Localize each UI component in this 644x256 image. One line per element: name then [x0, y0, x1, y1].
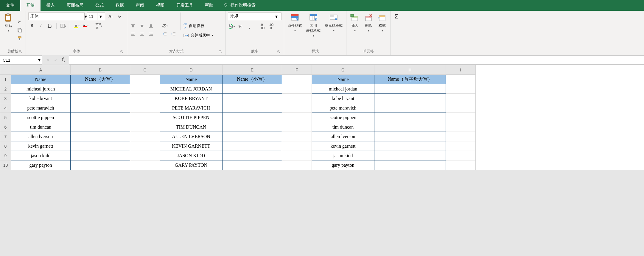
number-format-input[interactable] — [228, 13, 273, 20]
cell[interactable] — [130, 141, 160, 151]
enter-formula-button[interactable]: ✓ — [54, 57, 58, 63]
cell[interactable]: ALLEN LVERSON — [160, 132, 223, 141]
cell[interactable]: gary payton — [312, 160, 374, 170]
cell[interactable] — [282, 103, 312, 113]
cell[interactable] — [223, 94, 282, 103]
cancel-formula-button[interactable]: ✕ — [46, 57, 50, 63]
cell[interactable] — [223, 122, 282, 132]
align-middle-button[interactable] — [139, 23, 146, 29]
insert-cells-button[interactable]: 插入▾ — [349, 13, 361, 33]
align-right-button[interactable] — [147, 31, 155, 38]
row-header[interactable]: 1 — [0, 75, 11, 84]
tell-me-search[interactable]: 操作说明搜索 — [219, 0, 260, 11]
cell[interactable]: Name（首字母大写） — [374, 75, 446, 84]
cell-styles-button[interactable]: 单元格样式▾ — [323, 13, 344, 33]
cell[interactable] — [71, 132, 130, 141]
conditional-format-button[interactable]: 条件格式▾ — [287, 13, 303, 33]
cell[interactable]: gary payton — [11, 160, 71, 170]
bold-button[interactable]: B — [28, 23, 35, 29]
cell[interactable]: kobe bryant — [11, 94, 71, 103]
cell[interactable] — [374, 132, 446, 141]
cell[interactable]: tim duncan — [312, 122, 374, 132]
row-header[interactable]: 9 — [0, 151, 11, 160]
cell[interactable]: pete maravich — [312, 103, 374, 113]
cell[interactable] — [446, 151, 476, 160]
italic-button[interactable]: I — [37, 23, 44, 29]
row-header[interactable]: 4 — [0, 103, 11, 113]
cell[interactable]: pete maravich — [11, 103, 71, 113]
accounting-format-button[interactable]: 💱▾ — [228, 23, 235, 30]
cell[interactable] — [446, 94, 476, 103]
cell[interactable] — [446, 84, 476, 94]
cell[interactable]: KOBE BRYANT — [160, 94, 223, 103]
fill-color-button[interactable]: ▾ — [73, 23, 80, 29]
row-header[interactable]: 3 — [0, 94, 11, 103]
chevron-down-icon[interactable]: ▾ — [97, 13, 104, 20]
cell[interactable] — [282, 122, 312, 132]
increase-decimal-button[interactable]: .0.00 — [259, 23, 266, 30]
cell[interactable] — [374, 113, 446, 122]
align-center-button[interactable] — [139, 31, 146, 38]
cell[interactable] — [374, 160, 446, 170]
cell[interactable] — [446, 122, 476, 132]
cell[interactable]: GARY PAYTON — [160, 160, 223, 170]
chevron-down-icon[interactable]: ▾ — [273, 13, 279, 20]
cell[interactable]: jason kidd — [312, 151, 374, 160]
cell[interactable]: PETE MARAVICH — [160, 103, 223, 113]
tab-formulas[interactable]: 公式 — [89, 0, 110, 11]
cell[interactable]: SCOTTIE PIPPEN — [160, 113, 223, 122]
column-header[interactable]: H — [374, 65, 446, 75]
tab-developer[interactable]: 开发工具 — [170, 0, 199, 11]
row-header[interactable]: 5 — [0, 113, 11, 122]
cell[interactable] — [446, 132, 476, 141]
tab-review[interactable]: 审阅 — [130, 0, 150, 11]
cell[interactable] — [71, 122, 130, 132]
cell[interactable]: kevin garnett — [11, 141, 71, 151]
tab-data[interactable]: 数据 — [110, 0, 130, 11]
column-header[interactable]: G — [312, 65, 374, 75]
autosum-button[interactable]: Σ — [393, 13, 399, 21]
spreadsheet-grid[interactable]: ABCDEFGHI1NameName（大写）NameName（小写）NameNa… — [0, 65, 644, 170]
cell[interactable]: scottie pippen — [11, 113, 71, 122]
phonetic-button[interactable]: wén文▾ — [95, 23, 102, 29]
tab-insert[interactable]: 插入 — [41, 0, 61, 11]
column-header[interactable]: D — [160, 65, 223, 75]
cut-button[interactable]: ✂ — [16, 18, 23, 25]
cell[interactable] — [374, 122, 446, 132]
cell[interactable]: kevin garnett — [312, 141, 374, 151]
clipboard-dialog-launcher[interactable] — [18, 50, 23, 54]
alignment-dialog-launcher[interactable] — [218, 50, 222, 54]
decrease-font-button[interactable]: A▾ — [116, 13, 123, 20]
cell[interactable]: tim duncan — [11, 122, 71, 132]
formula-input[interactable] — [69, 56, 644, 64]
underline-button[interactable]: U ▾ — [46, 23, 53, 29]
cell[interactable] — [223, 113, 282, 122]
font-size-combo[interactable]: ▾ — [87, 13, 105, 20]
cell[interactable] — [446, 75, 476, 84]
cell[interactable] — [282, 151, 312, 160]
number-dialog-launcher[interactable] — [277, 50, 281, 54]
cell[interactable] — [374, 84, 446, 94]
cell[interactable]: micheal jordan — [312, 84, 374, 94]
cell[interactable] — [130, 103, 160, 113]
merge-center-button[interactable]: 合并后居中 ▾ — [183, 33, 213, 38]
cell[interactable] — [446, 141, 476, 151]
cell[interactable] — [71, 160, 130, 170]
cell[interactable] — [130, 160, 160, 170]
cell[interactable]: KEVIN GARNETT — [160, 141, 223, 151]
tab-help[interactable]: 帮助 — [199, 0, 219, 11]
increase-font-button[interactable]: A▴ — [107, 13, 114, 20]
font-dialog-launcher[interactable] — [120, 50, 124, 54]
cell[interactable] — [130, 84, 160, 94]
cell[interactable] — [282, 160, 312, 170]
cell[interactable] — [71, 151, 130, 160]
row-header[interactable]: 6 — [0, 122, 11, 132]
cell[interactable] — [130, 132, 160, 141]
cell[interactable]: TIM DUNCAN — [160, 122, 223, 132]
decrease-indent-button[interactable] — [161, 31, 168, 38]
cell[interactable] — [71, 103, 130, 113]
name-box[interactable]: ▾ — [0, 55, 42, 65]
cell[interactable] — [374, 103, 446, 113]
cell[interactable] — [223, 151, 282, 160]
cell[interactable] — [446, 160, 476, 170]
